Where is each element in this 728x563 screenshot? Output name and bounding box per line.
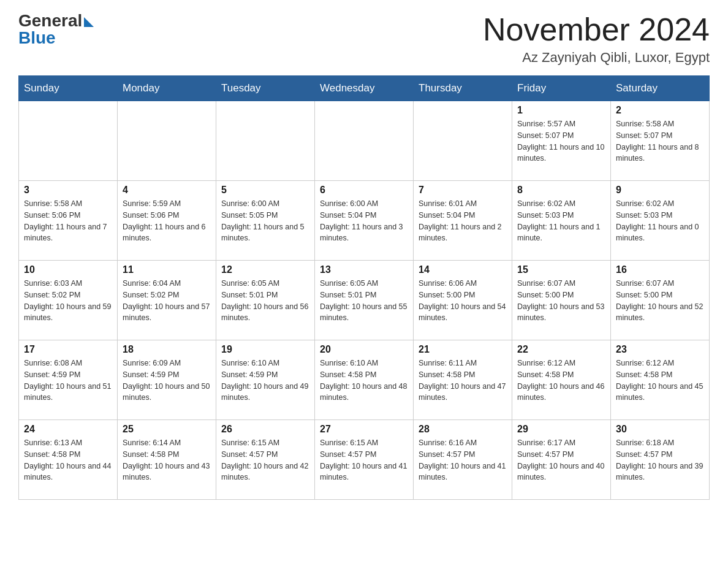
- calendar-cell: 18Sunrise: 6:09 AMSunset: 4:59 PMDayligh…: [118, 340, 216, 420]
- location-title: Az Zayniyah Qibli, Luxor, Egypt: [483, 50, 710, 66]
- day-number: 12: [221, 264, 309, 275]
- column-header-friday: Friday: [512, 76, 611, 101]
- day-number: 24: [24, 424, 112, 435]
- day-number: 30: [616, 424, 704, 435]
- calendar-cell: 11Sunrise: 6:04 AMSunset: 5:02 PMDayligh…: [118, 261, 216, 340]
- day-info: Sunrise: 6:12 AMSunset: 4:58 PMDaylight:…: [517, 358, 605, 404]
- day-info: Sunrise: 5:58 AMSunset: 5:06 PMDaylight:…: [24, 198, 112, 244]
- day-number: 9: [616, 185, 704, 196]
- day-info: Sunrise: 6:07 AMSunset: 5:00 PMDaylight:…: [517, 278, 605, 324]
- calendar-week-row: 24Sunrise: 6:13 AMSunset: 4:58 PMDayligh…: [19, 420, 710, 500]
- day-number: 10: [24, 264, 112, 275]
- day-number: 17: [24, 344, 112, 355]
- calendar-cell: 4Sunrise: 5:59 AMSunset: 5:06 PMDaylight…: [118, 181, 216, 261]
- day-number: 23: [616, 344, 704, 355]
- calendar-cell: 5Sunrise: 6:00 AMSunset: 5:05 PMDaylight…: [216, 181, 315, 261]
- calendar-cell: 20Sunrise: 6:10 AMSunset: 4:58 PMDayligh…: [315, 340, 414, 420]
- calendar-cell: 19Sunrise: 6:10 AMSunset: 4:59 PMDayligh…: [216, 340, 315, 420]
- day-info: Sunrise: 6:01 AMSunset: 5:04 PMDaylight:…: [419, 198, 507, 244]
- day-info: Sunrise: 6:00 AMSunset: 5:04 PMDaylight:…: [320, 198, 408, 244]
- calendar-cell: 14Sunrise: 6:06 AMSunset: 5:00 PMDayligh…: [414, 261, 512, 340]
- logo-blue-text: Blue: [18, 29, 56, 47]
- day-number: 21: [419, 344, 507, 355]
- day-number: 5: [221, 185, 309, 196]
- day-number: 20: [320, 344, 408, 355]
- day-info: Sunrise: 6:11 AMSunset: 4:58 PMDaylight:…: [419, 358, 507, 404]
- column-header-tuesday: Tuesday: [216, 76, 315, 101]
- column-header-thursday: Thursday: [414, 76, 512, 101]
- logo-triangle-icon: [84, 17, 94, 27]
- day-info: Sunrise: 6:02 AMSunset: 5:03 PMDaylight:…: [616, 198, 704, 244]
- calendar-week-row: 1Sunrise: 5:57 AMSunset: 5:07 PMDaylight…: [19, 101, 710, 181]
- day-info: Sunrise: 6:16 AMSunset: 4:57 PMDaylight:…: [419, 437, 507, 483]
- title-section: November 2024 Az Zayniyah Qibli, Luxor, …: [483, 12, 710, 66]
- day-info: Sunrise: 5:58 AMSunset: 5:07 PMDaylight:…: [616, 118, 704, 164]
- day-number: 2: [616, 105, 704, 116]
- calendar-cell: 15Sunrise: 6:07 AMSunset: 5:00 PMDayligh…: [512, 261, 611, 340]
- calendar-cell: [19, 101, 118, 181]
- calendar-cell: [118, 101, 216, 181]
- day-info: Sunrise: 6:12 AMSunset: 4:58 PMDaylight:…: [616, 358, 704, 404]
- calendar-cell: [315, 101, 414, 181]
- calendar-header-row: SundayMondayTuesdayWednesdayThursdayFrid…: [19, 76, 710, 101]
- day-number: 25: [123, 424, 211, 435]
- month-title: November 2024: [483, 12, 710, 47]
- day-number: 3: [24, 185, 112, 196]
- calendar-cell: 16Sunrise: 6:07 AMSunset: 5:00 PMDayligh…: [611, 261, 710, 340]
- calendar-cell: 10Sunrise: 6:03 AMSunset: 5:02 PMDayligh…: [19, 261, 118, 340]
- calendar-cell: 27Sunrise: 6:15 AMSunset: 4:57 PMDayligh…: [315, 420, 414, 500]
- logo-general-text: General: [18, 12, 82, 29]
- calendar-cell: 1Sunrise: 5:57 AMSunset: 5:07 PMDaylight…: [512, 101, 611, 181]
- day-info: Sunrise: 6:08 AMSunset: 4:59 PMDaylight:…: [24, 358, 112, 404]
- day-number: 29: [517, 424, 605, 435]
- day-number: 28: [419, 424, 507, 435]
- calendar-week-row: 10Sunrise: 6:03 AMSunset: 5:02 PMDayligh…: [19, 261, 710, 340]
- calendar-cell: 25Sunrise: 6:14 AMSunset: 4:58 PMDayligh…: [118, 420, 216, 500]
- calendar-cell: 28Sunrise: 6:16 AMSunset: 4:57 PMDayligh…: [414, 420, 512, 500]
- day-number: 19: [221, 344, 309, 355]
- day-info: Sunrise: 6:10 AMSunset: 4:59 PMDaylight:…: [221, 358, 309, 404]
- calendar-cell: 26Sunrise: 6:15 AMSunset: 4:57 PMDayligh…: [216, 420, 315, 500]
- day-info: Sunrise: 6:05 AMSunset: 5:01 PMDaylight:…: [221, 278, 309, 324]
- day-number: 13: [320, 264, 408, 275]
- day-info: Sunrise: 6:10 AMSunset: 4:58 PMDaylight:…: [320, 358, 408, 404]
- column-header-sunday: Sunday: [19, 76, 118, 101]
- day-info: Sunrise: 5:57 AMSunset: 5:07 PMDaylight:…: [517, 118, 605, 164]
- day-info: Sunrise: 5:59 AMSunset: 5:06 PMDaylight:…: [123, 198, 211, 244]
- calendar-cell: 9Sunrise: 6:02 AMSunset: 5:03 PMDaylight…: [611, 181, 710, 261]
- day-info: Sunrise: 6:18 AMSunset: 4:57 PMDaylight:…: [616, 437, 704, 483]
- calendar-cell: 13Sunrise: 6:05 AMSunset: 5:01 PMDayligh…: [315, 261, 414, 340]
- day-number: 27: [320, 424, 408, 435]
- day-number: 1: [517, 105, 605, 116]
- day-number: 16: [616, 264, 704, 275]
- day-number: 8: [517, 185, 605, 196]
- column-header-monday: Monday: [118, 76, 216, 101]
- day-number: 15: [517, 264, 605, 275]
- column-header-wednesday: Wednesday: [315, 76, 414, 101]
- day-info: Sunrise: 6:17 AMSunset: 4:57 PMDaylight:…: [517, 437, 605, 483]
- logo: General Blue: [18, 12, 94, 47]
- day-info: Sunrise: 6:02 AMSunset: 5:03 PMDaylight:…: [517, 198, 605, 244]
- calendar-cell: 8Sunrise: 6:02 AMSunset: 5:03 PMDaylight…: [512, 181, 611, 261]
- calendar-cell: 21Sunrise: 6:11 AMSunset: 4:58 PMDayligh…: [414, 340, 512, 420]
- calendar-cell: 29Sunrise: 6:17 AMSunset: 4:57 PMDayligh…: [512, 420, 611, 500]
- calendar-cell: 2Sunrise: 5:58 AMSunset: 5:07 PMDaylight…: [611, 101, 710, 181]
- day-number: 26: [221, 424, 309, 435]
- day-info: Sunrise: 6:15 AMSunset: 4:57 PMDaylight:…: [320, 437, 408, 483]
- day-info: Sunrise: 6:09 AMSunset: 4:59 PMDaylight:…: [123, 358, 211, 404]
- calendar-cell: 7Sunrise: 6:01 AMSunset: 5:04 PMDaylight…: [414, 181, 512, 261]
- calendar-cell: [216, 101, 315, 181]
- calendar-cell: [414, 101, 512, 181]
- calendar-table: SundayMondayTuesdayWednesdayThursdayFrid…: [18, 75, 710, 500]
- calendar-cell: 22Sunrise: 6:12 AMSunset: 4:58 PMDayligh…: [512, 340, 611, 420]
- calendar-week-row: 3Sunrise: 5:58 AMSunset: 5:06 PMDaylight…: [19, 181, 710, 261]
- day-info: Sunrise: 6:07 AMSunset: 5:00 PMDaylight:…: [616, 278, 704, 324]
- column-header-saturday: Saturday: [611, 76, 710, 101]
- day-number: 18: [123, 344, 211, 355]
- page-header: General Blue November 2024 Az Zayniyah Q…: [18, 12, 710, 66]
- day-info: Sunrise: 6:15 AMSunset: 4:57 PMDaylight:…: [221, 437, 309, 483]
- calendar-cell: 3Sunrise: 5:58 AMSunset: 5:06 PMDaylight…: [19, 181, 118, 261]
- day-number: 22: [517, 344, 605, 355]
- calendar-week-row: 17Sunrise: 6:08 AMSunset: 4:59 PMDayligh…: [19, 340, 710, 420]
- calendar-cell: 12Sunrise: 6:05 AMSunset: 5:01 PMDayligh…: [216, 261, 315, 340]
